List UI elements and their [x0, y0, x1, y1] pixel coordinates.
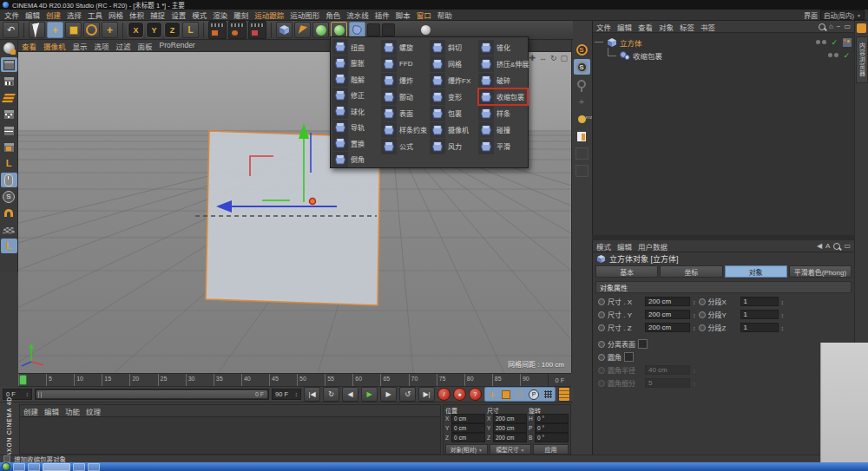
record-scale-button[interactable]: [500, 389, 512, 400]
apply-button[interactable]: 应用: [533, 444, 569, 455]
keyframe-selection-icon[interactable]: [558, 387, 570, 402]
value-field[interactable]: 200 cm: [645, 323, 690, 332]
soft-selection-button[interactable]: S: [1, 189, 17, 204]
timeline-tick[interactable]: 55: [325, 374, 352, 386]
key-dot-icon[interactable]: [598, 324, 605, 331]
deformer-menu-item[interactable]: 表面: [381, 105, 430, 121]
coordinate-field[interactable]: 200 cm: [493, 423, 527, 433]
deformer-menu-item[interactable]: 锥化: [478, 39, 528, 56]
make-editable-button[interactable]: [1, 41, 17, 56]
menu-item[interactable]: 选择: [67, 10, 82, 20]
timeline-scrollbar[interactable]: 0 F: [35, 389, 269, 400]
goto-start-button[interactable]: |◀: [304, 387, 320, 402]
next-frame-button[interactable]: ▶: [380, 387, 397, 402]
workplane-mode-button[interactable]: [1, 90, 17, 105]
value-field[interactable]: 1: [740, 323, 779, 332]
search-icon[interactable]: [833, 243, 840, 250]
menu-item[interactable]: 纹理: [86, 406, 101, 416]
coordinate-field[interactable]: 0 °: [535, 433, 569, 442]
autokeying-button[interactable]: ●: [453, 388, 466, 401]
scale-tool-button[interactable]: [65, 22, 82, 38]
minimize-icon[interactable]: −: [837, 23, 841, 30]
pan-view-icon[interactable]: ✚: [529, 54, 536, 62]
enable-axis-button[interactable]: L: [1, 156, 17, 171]
add-spline-button[interactable]: [294, 22, 311, 38]
move-tool-button[interactable]: +: [47, 22, 63, 38]
autokey-button[interactable]: +: [574, 94, 590, 109]
deformer-menu-item[interactable]: 斜切: [430, 39, 478, 56]
dock-extra-button[interactable]: [574, 146, 590, 161]
deformer-menu-item[interactable]: 包裹: [430, 105, 478, 121]
object-row-cube[interactable]: 立方体 ✓: [595, 36, 852, 49]
menu-item[interactable]: 捕捉: [150, 10, 165, 20]
timeline-tick[interactable]: 10: [74, 374, 102, 386]
spinner-icon[interactable]: [781, 324, 785, 332]
attribute-tab[interactable]: 坐标: [660, 265, 722, 278]
enabled-check-icon[interactable]: ✓: [831, 38, 838, 47]
menu-item[interactable]: 渲染: [213, 10, 227, 20]
render-settings-button[interactable]: [248, 21, 266, 39]
menu-item[interactable]: 运动跟踪: [254, 10, 284, 20]
editor-visibility-dot[interactable]: [828, 53, 832, 57]
home-icon[interactable]: ⌂: [829, 23, 833, 30]
timeline-tick[interactable]: 20: [129, 374, 157, 386]
spinner-icon[interactable]: [781, 311, 785, 319]
menu-item[interactable]: 流水线: [346, 10, 369, 20]
menu-item[interactable]: 设置: [171, 10, 186, 20]
menu-item[interactable]: 雕刻: [233, 10, 248, 20]
polygons-mode-button[interactable]: [1, 140, 17, 154]
menu-item[interactable]: 创建: [23, 406, 38, 416]
deformer-menu-item[interactable]: 导轨: [332, 120, 381, 136]
model-mode-button[interactable]: [1, 57, 17, 72]
menu-item[interactable]: 工具: [88, 10, 102, 20]
play-backwards-button[interactable]: ↺: [399, 387, 416, 402]
menu-item[interactable]: 帮助: [437, 10, 452, 20]
menu-item[interactable]: 用户数据: [638, 241, 667, 252]
timeline-tick[interactable]: 15: [102, 374, 129, 386]
menu-item[interactable]: 运动图形: [290, 10, 319, 20]
palette-extra-icon[interactable]: [367, 23, 380, 36]
taskbar-item[interactable]: [13, 463, 25, 471]
deformer-menu-item[interactable]: 风力: [430, 138, 478, 154]
checkbox[interactable]: [638, 339, 648, 349]
menu-item[interactable]: 选项: [95, 41, 109, 51]
orbit-view-icon[interactable]: ↻: [550, 54, 557, 62]
record-objects-button[interactable]: /: [437, 388, 450, 401]
menu-item[interactable]: 书签: [700, 22, 715, 32]
timeline-tick[interactable]: 65: [380, 374, 408, 386]
coordinate-field[interactable]: 200 cm: [493, 414, 527, 423]
timeline-tick[interactable]: 90: [520, 374, 548, 386]
menu-item[interactable]: 创建: [46, 10, 61, 20]
undo-button[interactable]: ↶: [3, 22, 19, 38]
menu-item[interactable]: 过滤: [116, 41, 131, 51]
start-button[interactable]: [2, 462, 10, 471]
coordinate-mode-dropdown[interactable]: 对象(相对): [445, 444, 488, 455]
spinner-icon[interactable]: [693, 311, 696, 319]
menu-item[interactable]: 摄像机: [43, 41, 66, 51]
checkbox[interactable]: [624, 352, 634, 362]
loop-button[interactable]: ↻: [323, 387, 339, 402]
key-dot-icon[interactable]: [598, 341, 605, 348]
workplane-button[interactable]: [1, 222, 17, 237]
deformer-menu-item[interactable]: 碰撞: [478, 121, 528, 138]
key-dot-icon[interactable]: [598, 311, 605, 318]
title-bar[interactable]: CINEMA 4D R20.030 Studio (RC - R20) - [未…: [0, 0, 868, 10]
enabled-check-icon[interactable]: ✓: [843, 51, 850, 60]
last-tool-button[interactable]: +: [102, 22, 118, 38]
attribute-tab[interactable]: 对象: [725, 265, 787, 278]
coordinate-field[interactable]: 200 cm: [493, 433, 527, 442]
timeline-tick[interactable]: 5: [46, 374, 74, 386]
timeline-ruler[interactable]: 0 5 10 15 20 25 30 35 40 45 50 55 60 65 …: [18, 373, 571, 387]
toggle-view-icon[interactable]: ▢: [560, 54, 568, 62]
viewport-solo-off-button[interactable]: S: [574, 42, 590, 57]
deformer-menu-item[interactable]: 倒角: [332, 152, 381, 168]
menu-item[interactable]: 显示: [73, 41, 88, 51]
menu-item[interactable]: 对象: [659, 22, 674, 32]
spinner-icon[interactable]: [781, 298, 785, 306]
menu-item[interactable]: 功能: [65, 406, 80, 416]
timeline-tick[interactable]: 45: [269, 374, 297, 386]
deformer-menu-item[interactable]: 爆炸: [381, 72, 430, 88]
key-dot-icon[interactable]: [699, 298, 706, 305]
render-visibility-dot[interactable]: [834, 53, 838, 57]
deformer-menu-item[interactable]: 球化: [332, 103, 381, 120]
